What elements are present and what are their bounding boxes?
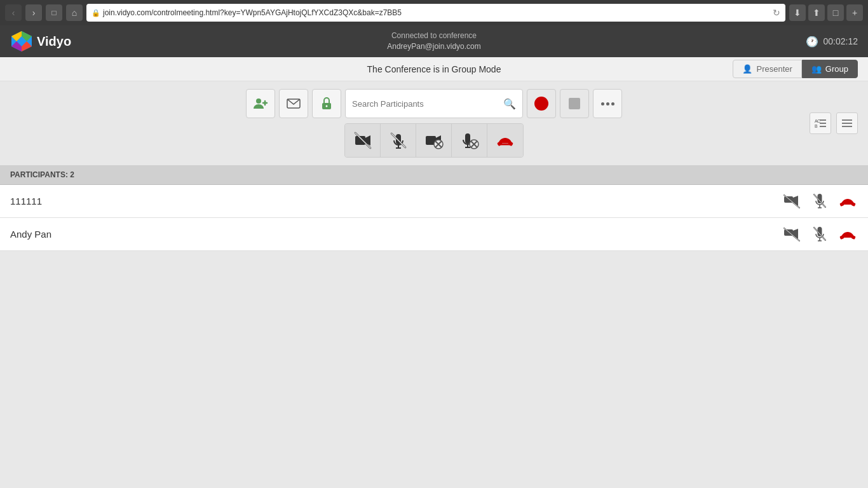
toolbar-top-row: 🔍 <box>246 89 622 118</box>
mode-text: The Conference is in Group Mode <box>367 64 501 74</box>
reload-icon[interactable]: ↻ <box>773 8 780 18</box>
invite-icon <box>286 96 301 111</box>
browser-chrome: ‹ › □ ⌂ 🔒 join.vidyo.com/controlmeeting.… <box>0 0 868 25</box>
header-right: 🕐 00:02:12 <box>806 36 858 48</box>
connection-email: AndreyPan@join.vidyo.com <box>387 41 481 52</box>
list-view-alphabetic-button[interactable]: A B C <box>810 112 831 134</box>
participants-section: PARTICIPANTS: 2 111111 <box>0 165 868 251</box>
more-browser-button[interactable]: + <box>846 4 863 21</box>
vidyo-logo: Vidyo <box>10 30 71 53</box>
connection-info: Connected to conference AndreyPan@join.v… <box>387 30 481 52</box>
logo-text: Vidyo <box>37 34 71 49</box>
invite-button[interactable] <box>279 89 308 118</box>
participant-1-audio-off-button[interactable] <box>810 191 830 212</box>
video-off-icon <box>354 132 372 149</box>
record-dot <box>534 97 548 111</box>
participant-name: 111111 <box>10 196 782 207</box>
stop-button[interactable] <box>560 89 589 118</box>
camera-off-button[interactable] <box>416 124 452 157</box>
simple-list-icon <box>841 117 853 130</box>
participant-2-actions <box>782 224 858 245</box>
lock-icon: 🔒 <box>92 9 100 17</box>
participant-name: Andy Pan <box>10 229 782 240</box>
record-button[interactable] <box>527 89 556 118</box>
browser-actions: ⬇ ⬆ □ + <box>789 4 863 21</box>
add-participant-button[interactable] <box>246 89 275 118</box>
forward-button[interactable]: › <box>25 4 42 21</box>
connected-label: Connected to conference <box>387 30 481 41</box>
toolbar: 🔍 <box>0 81 868 165</box>
svg-point-10 <box>326 105 328 107</box>
participant-1-video-off-button[interactable] <box>782 191 802 212</box>
more-options-button[interactable] <box>593 89 622 118</box>
group-mode-button[interactable]: 👥 Group <box>802 60 858 78</box>
participant-video-off-icon <box>783 194 800 208</box>
alphabetic-list-icon: A B C <box>814 117 827 130</box>
participant-1-actions <box>782 191 858 212</box>
fullscreen-button[interactable]: □ <box>827 4 844 21</box>
participant-audio-off-icon <box>813 226 827 243</box>
presenter-label: Presenter <box>756 64 792 74</box>
group-label: Group <box>825 64 848 74</box>
participant-hangup-icon <box>839 227 856 241</box>
audio-off-button[interactable] <box>381 124 416 157</box>
tab-button[interactable]: □ <box>46 4 62 21</box>
dot3 <box>611 102 614 105</box>
search-icon: 🔍 <box>503 98 516 110</box>
mic-off-button[interactable] <box>452 124 487 157</box>
participant-1-hangup-button[interactable] <box>837 191 858 212</box>
toolbar-area: 🔍 <box>0 81 868 165</box>
toolbar-control-row <box>344 123 524 158</box>
presenter-mode-button[interactable]: 👤 Presenter <box>733 60 801 78</box>
list-view-simple-button[interactable] <box>836 112 858 134</box>
camera-off-all-icon <box>424 132 444 149</box>
lock-icon <box>319 96 334 111</box>
url-text: join.vidyo.com/controlmeeting.html?key=Y… <box>103 8 770 17</box>
back-button[interactable]: ‹ <box>5 4 22 21</box>
search-box[interactable]: 🔍 <box>345 89 523 118</box>
video-off-button[interactable] <box>345 124 381 157</box>
svg-text:B: B <box>815 124 818 128</box>
dot2 <box>606 102 609 105</box>
participant-hangup-icon <box>839 194 856 208</box>
stop-square <box>569 98 580 109</box>
participant-2-audio-off-button[interactable] <box>810 224 830 245</box>
home-button[interactable]: ⌂ <box>66 4 83 21</box>
presenter-icon: 👤 <box>742 64 752 74</box>
download-button[interactable]: ⬇ <box>789 4 806 21</box>
mic-off-all-icon <box>460 132 479 149</box>
audio-off-icon <box>390 132 407 149</box>
mode-bar: The Conference is in Group Mode 👤 Presen… <box>0 57 868 81</box>
svg-text:C: C <box>817 119 820 123</box>
add-participant-icon <box>253 96 268 111</box>
participant-2-hangup-button[interactable] <box>837 224 858 245</box>
url-bar: 🔒 join.vidyo.com/controlmeeting.html?key… <box>86 4 785 22</box>
participant-row: 111111 <box>0 185 868 218</box>
participant-row: Andy Pan <box>0 218 868 251</box>
dot1 <box>601 102 604 105</box>
participant-video-off-icon <box>783 227 800 241</box>
hangup-all-button[interactable] <box>487 124 523 157</box>
group-icon: 👥 <box>811 64 822 74</box>
participant-audio-off-icon <box>813 193 827 210</box>
svg-point-5 <box>256 98 261 104</box>
participants-header: PARTICIPANTS: 2 <box>0 165 868 185</box>
participant-2-video-off-button[interactable] <box>782 224 802 245</box>
mode-buttons: 👤 Presenter 👥 Group <box>733 60 858 78</box>
lock-button[interactable] <box>312 89 341 118</box>
vidyo-logo-icon <box>10 30 33 53</box>
media-controls <box>344 123 524 158</box>
timer-display: 00:02:12 <box>824 36 858 46</box>
app-header: Vidyo Connected to conference AndreyPan@… <box>0 25 868 57</box>
hangup-all-icon <box>496 132 515 149</box>
list-view-controls: A B C <box>810 112 858 134</box>
timer-icon: 🕐 <box>806 36 818 48</box>
share-button[interactable]: ⬆ <box>808 4 825 21</box>
search-input[interactable] <box>352 99 499 109</box>
